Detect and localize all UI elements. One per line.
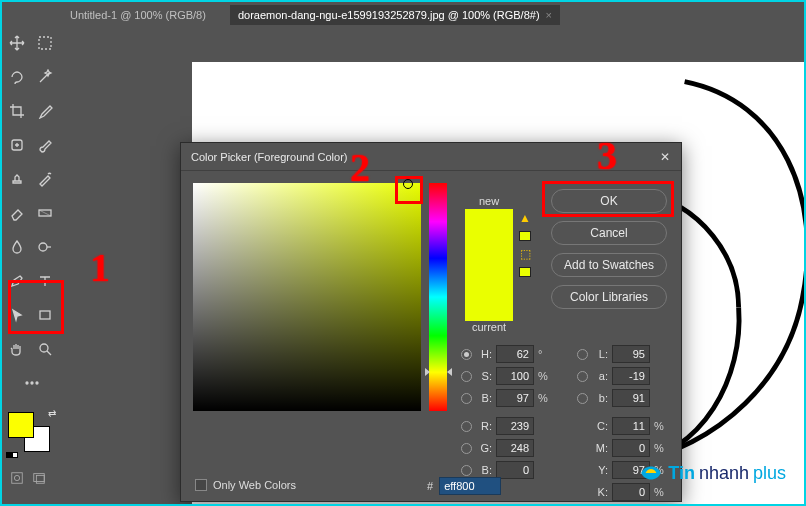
new-label: new xyxy=(465,195,513,207)
radio-r[interactable] xyxy=(461,421,472,432)
crop-tool-icon[interactable] xyxy=(4,100,30,122)
current-label: current xyxy=(465,321,513,333)
eraser-tool-icon[interactable] xyxy=(4,202,30,224)
svg-point-5 xyxy=(40,344,48,352)
bc-input[interactable] xyxy=(496,461,534,479)
a-input[interactable] xyxy=(612,367,650,385)
c-input[interactable] xyxy=(612,417,650,435)
watermark: Tinnhanhplus xyxy=(638,460,786,486)
svg-rect-11 xyxy=(34,474,45,482)
svg-point-10 xyxy=(14,475,19,480)
gradient-tool-icon[interactable] xyxy=(32,202,58,224)
hex-label: # xyxy=(427,480,433,492)
color-picker-dialog: Color Picker (Foreground Color) ✕ new cu… xyxy=(180,142,682,502)
hue-strip[interactable] xyxy=(429,183,447,411)
ok-button[interactable]: OK xyxy=(551,189,667,213)
pen-tool-icon[interactable] xyxy=(4,270,30,292)
tab-untitled[interactable]: Untitled-1 @ 100% (RGB/8) xyxy=(62,5,214,25)
radio-bc[interactable] xyxy=(461,465,472,476)
gamut-warning-icon[interactable]: ▲ xyxy=(519,211,531,225)
lasso-tool-icon[interactable] xyxy=(4,66,30,88)
websafe-swatch[interactable] xyxy=(519,267,531,277)
history-brush-tool-icon[interactable] xyxy=(32,168,58,190)
rectangle-tool-icon[interactable] xyxy=(32,304,58,326)
quick-mask-icon[interactable] xyxy=(10,471,24,489)
lb-input[interactable] xyxy=(612,389,650,407)
toolbox: ⇄ xyxy=(2,28,62,504)
s-input[interactable] xyxy=(496,367,534,385)
radio-s[interactable] xyxy=(461,371,472,382)
blur-tool-icon[interactable] xyxy=(4,236,30,258)
cancel-button[interactable]: Cancel xyxy=(551,221,667,245)
l-input[interactable] xyxy=(612,345,650,363)
tab-doraemon[interactable]: doraemon-dang-ngu-e1599193252879.jpg @ 1… xyxy=(230,5,560,25)
watermark-logo-icon xyxy=(638,460,664,486)
current-color[interactable] xyxy=(465,265,513,321)
saturation-value-field[interactable] xyxy=(193,183,421,411)
eyedropper-tool-icon[interactable] xyxy=(32,100,58,122)
hex-input[interactable] xyxy=(439,477,501,495)
marquee-tool-icon[interactable] xyxy=(32,32,58,54)
gamut-swatch[interactable] xyxy=(519,231,531,241)
dialog-title: Color Picker (Foreground Color) xyxy=(181,143,681,171)
svg-point-7 xyxy=(31,382,33,384)
type-tool-icon[interactable] xyxy=(32,270,58,292)
websafe-warning-icon[interactable]: ⬚ xyxy=(520,247,531,261)
sv-cursor-icon xyxy=(403,179,413,189)
svg-point-6 xyxy=(26,382,28,384)
radio-g[interactable] xyxy=(461,443,472,454)
svg-point-8 xyxy=(36,382,38,384)
r-input[interactable] xyxy=(496,417,534,435)
radio-a[interactable] xyxy=(577,371,588,382)
zoom-tool-icon[interactable] xyxy=(32,338,58,360)
path-selection-tool-icon[interactable] xyxy=(4,304,30,326)
color-libraries-button[interactable]: Color Libraries xyxy=(551,285,667,309)
close-icon[interactable]: ✕ xyxy=(655,147,675,167)
brush-tool-icon[interactable] xyxy=(32,134,58,156)
screen-mode-icon[interactable] xyxy=(32,471,46,489)
radio-h[interactable] xyxy=(461,349,472,360)
radio-b[interactable] xyxy=(461,393,472,404)
radio-l[interactable] xyxy=(577,349,588,360)
color-swatch[interactable]: ⇄ xyxy=(4,410,60,458)
close-icon[interactable]: × xyxy=(546,9,552,21)
annotation-number-1: 1 xyxy=(90,244,110,291)
add-to-swatches-button[interactable]: Add to Swatches xyxy=(551,253,667,277)
hand-tool-icon[interactable] xyxy=(4,338,30,360)
svg-rect-4 xyxy=(40,311,50,319)
swap-colors-icon[interactable]: ⇄ xyxy=(48,408,56,419)
healing-brush-tool-icon[interactable] xyxy=(4,134,30,156)
hue-indicator-right-icon xyxy=(447,368,452,376)
clone-stamp-tool-icon[interactable] xyxy=(4,168,30,190)
dodge-tool-icon[interactable] xyxy=(32,236,58,258)
m-input[interactable] xyxy=(612,439,650,457)
b-input[interactable] xyxy=(496,389,534,407)
svg-rect-12 xyxy=(36,475,44,483)
radio-lb[interactable] xyxy=(577,393,588,404)
magic-wand-tool-icon[interactable] xyxy=(32,66,58,88)
svg-rect-0 xyxy=(39,37,51,49)
default-colors-icon[interactable] xyxy=(6,451,18,460)
new-color xyxy=(465,209,513,265)
more-tools-icon[interactable] xyxy=(4,372,60,394)
only-web-colors[interactable]: Only Web Colors xyxy=(195,479,296,491)
checkbox-icon[interactable] xyxy=(195,479,207,491)
svg-point-3 xyxy=(39,243,47,251)
foreground-color[interactable] xyxy=(8,412,34,438)
g-input[interactable] xyxy=(496,439,534,457)
document-tabs: Untitled-1 @ 100% (RGB/8) doraemon-dang-… xyxy=(62,2,560,28)
move-tool-icon[interactable] xyxy=(4,32,30,54)
svg-rect-9 xyxy=(12,473,23,484)
h-input[interactable] xyxy=(496,345,534,363)
color-preview: new current xyxy=(465,195,513,335)
hue-indicator-left-icon xyxy=(425,368,430,376)
